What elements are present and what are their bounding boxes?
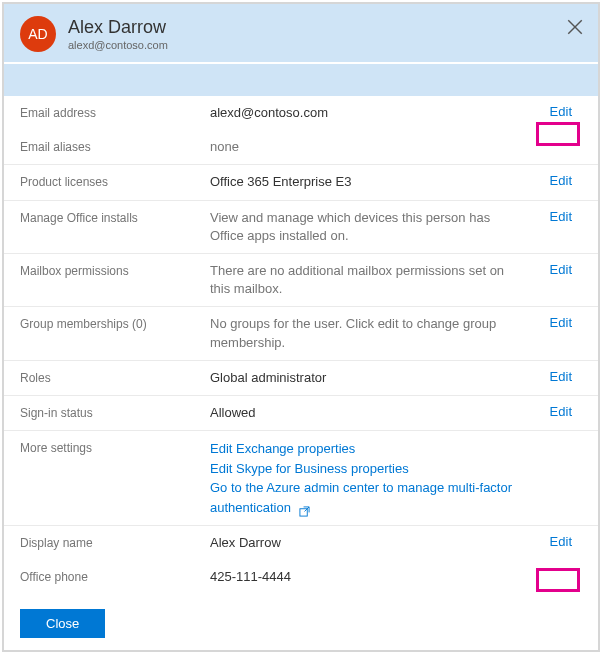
external-link-icon <box>299 503 310 514</box>
value-mailbox-permissions: There are no additional mailbox permissi… <box>210 262 582 298</box>
edit-product-licenses[interactable]: Edit <box>550 173 572 188</box>
edit-manage-installs[interactable]: Edit <box>550 209 572 224</box>
value-email-address: alexd@contoso.com <box>210 104 582 122</box>
close-button[interactable]: Close <box>20 609 105 638</box>
edit-roles[interactable]: Edit <box>550 369 572 384</box>
row-more-settings: More settings Edit Exchange properties E… <box>4 431 598 526</box>
value-display-name: Alex Darrow <box>210 534 582 552</box>
row-email-address: Email address alexd@contoso.com Edit <box>4 96 598 130</box>
edit-email-address[interactable]: Edit <box>550 104 572 119</box>
value-group-memberships: No groups for the user. Click edit to ch… <box>210 315 582 351</box>
header-display-name: Alex Darrow <box>68 17 168 38</box>
label-display-name: Display name <box>20 534 210 550</box>
edit-mailbox-permissions[interactable]: Edit <box>550 262 572 277</box>
link-skype-properties[interactable]: Edit Skype for Business properties <box>210 459 522 479</box>
link-exchange-properties[interactable]: Edit Exchange properties <box>210 439 522 459</box>
tab-strip <box>4 64 598 96</box>
row-group-memberships: Group memberships (0) No groups for the … <box>4 307 598 360</box>
value-signin-status: Allowed <box>210 404 582 422</box>
label-office-phone: Office phone <box>20 568 210 584</box>
row-email-aliases: Email aliases none <box>4 130 598 165</box>
label-more-settings: More settings <box>20 439 210 455</box>
edit-group-memberships[interactable]: Edit <box>550 315 572 330</box>
label-mailbox-permissions: Mailbox permissions <box>20 262 210 278</box>
row-manage-installs: Manage Office installs View and manage w… <box>4 201 598 254</box>
user-header: AD Alex Darrow alexd@contoso.com <box>4 4 598 62</box>
label-group-memberships: Group memberships (0) <box>20 315 210 331</box>
link-azure-mfa-text: Go to the Azure admin center to manage m… <box>210 480 512 515</box>
label-roles: Roles <box>20 369 210 385</box>
row-product-licenses: Product licenses Office 365 Enterprise E… <box>4 165 598 200</box>
row-display-name: Display name Alex Darrow Edit <box>4 526 598 560</box>
edit-signin-status[interactable]: Edit <box>550 404 572 419</box>
edit-display-name[interactable]: Edit <box>550 534 572 549</box>
label-email-aliases: Email aliases <box>20 138 210 154</box>
value-product-licenses: Office 365 Enterprise E3 <box>210 173 582 191</box>
close-icon[interactable] <box>566 18 584 36</box>
row-signin-status: Sign-in status Allowed Edit <box>4 396 598 431</box>
label-signin-status: Sign-in status <box>20 404 210 420</box>
link-azure-mfa[interactable]: Go to the Azure admin center to manage m… <box>210 478 522 517</box>
label-email-address: Email address <box>20 104 210 120</box>
avatar: AD <box>20 16 56 52</box>
value-office-phone: 425-111-4444 <box>210 568 582 586</box>
row-roles: Roles Global administrator Edit <box>4 361 598 396</box>
value-manage-installs: View and manage which devices this perso… <box>210 209 582 245</box>
row-office-phone: Office phone 425-111-4444 <box>4 560 598 594</box>
row-mailbox-permissions: Mailbox permissions There are no additio… <box>4 254 598 307</box>
label-manage-installs: Manage Office installs <box>20 209 210 225</box>
header-upn: alexd@contoso.com <box>68 39 168 51</box>
label-product-licenses: Product licenses <box>20 173 210 189</box>
value-email-aliases: none <box>210 138 582 156</box>
value-roles: Global administrator <box>210 369 582 387</box>
